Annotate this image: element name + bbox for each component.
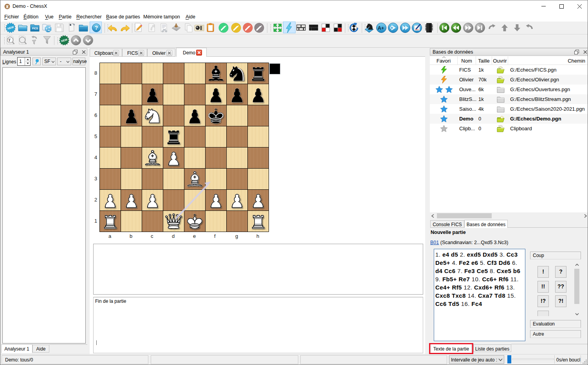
svg-text:T: T [8,38,11,42]
svg-text:FICS: FICS [32,27,38,30]
svg-text:A+: A+ [378,25,384,31]
svg-text:?: ? [95,25,98,31]
